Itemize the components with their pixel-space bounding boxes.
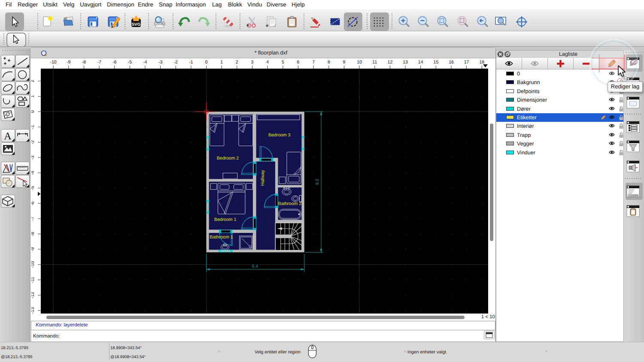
svg-text:-9: -9 <box>31 247 35 251</box>
svg-text:13: 13 <box>403 60 408 65</box>
svg-text:3: 3 <box>251 60 254 65</box>
svg-text:11: 11 <box>372 60 377 65</box>
svg-text:c:\command: c:\command <box>629 194 638 196</box>
svg-text:Bathroom 2: Bathroom 2 <box>278 201 301 206</box>
svg-text:-10: -10 <box>31 261 35 268</box>
svg-text:-6: -6 <box>112 60 116 65</box>
svg-text:A: A <box>4 131 12 142</box>
svg-text:-11: -11 <box>31 277 35 283</box>
svg-text:14: 14 <box>418 60 423 65</box>
svg-text:-1: -1 <box>31 125 35 129</box>
svg-text:Hallway: Hallway <box>260 169 265 186</box>
svg-text:Bathroom 1: Bathroom 1 <box>210 235 233 240</box>
svg-text:0: 0 <box>205 60 208 65</box>
svg-text:6: 6 <box>297 60 300 65</box>
svg-text:12: 12 <box>388 60 393 65</box>
svg-text:-7: -7 <box>31 217 35 220</box>
svg-text:-3: -3 <box>158 60 162 65</box>
svg-text:9: 9 <box>343 60 346 65</box>
svg-text:17: 17 <box>464 60 469 65</box>
svg-text:-2: -2 <box>174 60 178 65</box>
svg-text:4: 4 <box>266 60 269 65</box>
svg-text:Bedroom 3: Bedroom 3 <box>268 133 291 138</box>
svg-text:1: 1 <box>220 60 223 65</box>
svg-text:2: 2 <box>236 60 238 65</box>
svg-text:9.2: 9.2 <box>315 179 320 185</box>
svg-text:-7: -7 <box>97 60 101 65</box>
svg-text:6.4: 6.4 <box>252 264 258 269</box>
svg-text:0: 0 <box>31 110 35 113</box>
svg-text:-10: -10 <box>50 60 57 65</box>
svg-text:2: 2 <box>31 80 35 82</box>
svg-text:-9: -9 <box>67 60 70 65</box>
svg-text:10: 10 <box>357 60 362 65</box>
svg-text:-13: -13 <box>31 307 35 314</box>
svg-text:-1: -1 <box>189 60 193 65</box>
svg-text:-8: -8 <box>31 232 35 236</box>
svg-text:-8: -8 <box>82 60 86 65</box>
svg-text:Bedroom 2: Bedroom 2 <box>217 156 239 161</box>
svg-text:5: 5 <box>282 60 284 65</box>
svg-text:-3: -3 <box>31 155 35 159</box>
svg-text:18: 18 <box>479 60 484 65</box>
svg-text:-4: -4 <box>31 171 35 175</box>
svg-text:-6: -6 <box>31 201 35 205</box>
svg-text:8: 8 <box>328 60 330 65</box>
svg-text:1: 1 <box>31 95 35 98</box>
svg-text:Bedroom 1: Bedroom 1 <box>214 217 237 222</box>
svg-text:-2: -2 <box>31 140 35 144</box>
svg-text:-4: -4 <box>143 60 147 65</box>
svg-text:-5: -5 <box>128 60 132 65</box>
svg-text:15: 15 <box>434 60 439 65</box>
svg-text:SVG: SVG <box>131 22 140 27</box>
svg-text:-12: -12 <box>31 292 35 298</box>
svg-text:-5: -5 <box>31 186 35 190</box>
svg-text:16: 16 <box>449 60 454 65</box>
svg-text:7: 7 <box>312 60 315 65</box>
